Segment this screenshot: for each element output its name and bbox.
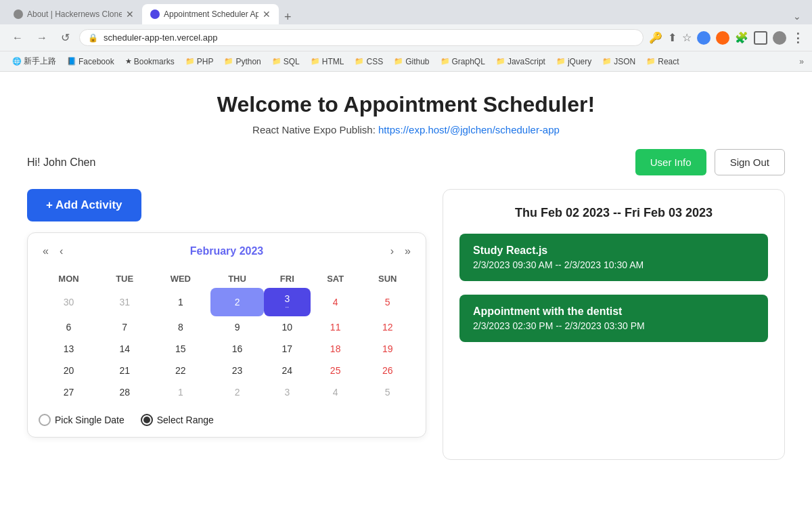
profile-icon[interactable]: [773, 31, 786, 45]
bookmark-jquery[interactable]: 📁 jQuery: [552, 56, 595, 68]
bookmark-facebook[interactable]: 📘 Facebook: [63, 56, 118, 68]
activity-card-0[interactable]: Study React.js 2/3/2023 09:30 AM -- 2/3/…: [459, 234, 768, 281]
tab-favicon-scheduler: [150, 9, 160, 19]
date-range-title: Thu Feb 02 2023 -- Fri Feb 03 2023: [459, 206, 768, 220]
single-date-radio[interactable]: [39, 414, 51, 426]
calendar-day-12-weekend[interactable]: 12: [360, 316, 415, 338]
calendar-header: « ‹ February 2023 › »: [39, 244, 415, 259]
calendar-day-26-weekend[interactable]: 26: [360, 360, 415, 381]
bookmark-label-sql: SQL: [284, 57, 300, 66]
bookmark-github[interactable]: 📁 Github: [390, 56, 433, 68]
bookmark-html[interactable]: 📁 HTML: [307, 56, 348, 68]
calendar-week-row-1: 6789101112: [39, 316, 415, 338]
calendar-next-button[interactable]: ›: [386, 244, 398, 259]
bookmark-sql[interactable]: 📁 SQL: [268, 56, 304, 68]
calendar-day-22-normal[interactable]: 22: [150, 360, 210, 381]
reload-button[interactable]: ↺: [57, 28, 74, 47]
main-layout: + Add Activity « ‹ February 2023 › »: [27, 189, 785, 460]
expo-url[interactable]: https://exp.host/@jglchen/scheduler-app: [378, 124, 560, 135]
star-icon[interactable]: ☆: [682, 31, 692, 44]
calendar-day-24-normal[interactable]: 24: [264, 360, 311, 381]
calendar-day-3-selected-end[interactable]: 3··: [264, 288, 311, 316]
bookmark-icon-javascript: 📁: [496, 57, 505, 66]
browser-nav-icons: 🔑 ⬆ ☆ 🧩 ⋮: [649, 30, 804, 45]
calendar-day-2-selected-start[interactable]: 2: [210, 288, 263, 316]
calendar-day-23-normal[interactable]: 23: [210, 360, 263, 381]
bookmark-icon-github: 📁: [394, 57, 403, 66]
calendar-day-1-other-month[interactable]: 1: [150, 381, 210, 403]
bookmark-xinshoulugao[interactable]: 🌐 新手上路: [8, 54, 60, 68]
calendar-day-25-weekend-sat[interactable]: 25: [311, 360, 360, 381]
lock-icon: 🔒: [88, 33, 98, 43]
address-bar[interactable]: 🔒 scheduler-app-ten.vercel.app: [79, 29, 644, 46]
range-radio[interactable]: [141, 414, 153, 426]
forward-button[interactable]: →: [32, 29, 51, 47]
adblock-icon: [697, 31, 710, 45]
calendar-day-6-normal[interactable]: 6: [39, 316, 99, 338]
calendar-day-7-normal[interactable]: 7: [99, 316, 150, 338]
calendar-day-10-normal[interactable]: 10: [264, 316, 311, 338]
bookmark-python[interactable]: 📁 Python: [220, 56, 265, 68]
calendar-day-13-normal[interactable]: 13: [39, 338, 99, 360]
share-icon[interactable]: ⬆: [668, 31, 677, 44]
puzzle-icon[interactable]: 🧩: [735, 31, 748, 44]
new-tab-button[interactable]: +: [279, 10, 297, 24]
pick-single-date-option[interactable]: Pick Single Date: [39, 414, 125, 426]
calendar-day-5-weekend[interactable]: 5: [360, 288, 415, 316]
back-button[interactable]: ←: [8, 29, 27, 47]
calendar-prev-prev-button[interactable]: «: [39, 244, 53, 259]
bookmark-css[interactable]: 📁 CSS: [351, 56, 387, 68]
calendar-day-8-normal[interactable]: 8: [150, 316, 210, 338]
calendar-next-next-button[interactable]: »: [401, 244, 415, 259]
calendar-day-1-normal[interactable]: 1: [150, 288, 210, 316]
calendar-day-5-other-month[interactable]: 5: [360, 381, 415, 403]
tab-favicon-hackernews: [14, 9, 23, 19]
bookmark-icon-react: 📁: [646, 57, 656, 66]
calendar-day-21-normal[interactable]: 21: [99, 360, 150, 381]
calendar-week-row-4: 272812345: [39, 381, 415, 403]
calendar-day-31-other-month[interactable]: 31: [99, 288, 150, 316]
calendar-day-14-normal[interactable]: 14: [99, 338, 150, 360]
more-icon[interactable]: ⋮: [792, 30, 804, 45]
activity-card-1[interactable]: Appointment with the dentist 2/3/2023 02…: [459, 295, 768, 342]
tab-label-hackernews: About | Hackernews Clone Site: [27, 9, 122, 19]
left-panel: + Add Activity « ‹ February 2023 › »: [27, 189, 426, 438]
weekday-header-fri: FRI: [264, 270, 311, 288]
bookmarks-bar: 🌐 新手上路 📘 Facebook ★ Bookmarks 📁 PHP 📁 Py…: [0, 51, 812, 71]
bookmark-react[interactable]: 📁 React: [642, 56, 683, 68]
bookmark-bookmarks[interactable]: ★ Bookmarks: [121, 56, 179, 68]
add-activity-button[interactable]: + Add Activity: [27, 189, 141, 221]
bookmark-icon-css: 📁: [355, 57, 364, 66]
calendar-day-19-weekend[interactable]: 19: [360, 338, 415, 360]
expo-label: React Native Expo Publish:: [252, 124, 376, 135]
select-range-option[interactable]: Select Range: [141, 414, 214, 426]
tab-close-hackernews[interactable]: ✕: [126, 9, 134, 20]
tab-hackernews[interactable]: About | Hackernews Clone Site ✕: [5, 4, 142, 24]
calendar-day-16-normal[interactable]: 16: [210, 338, 263, 360]
calendar-day-11-weekend-sat[interactable]: 11: [311, 316, 360, 338]
sign-out-button[interactable]: Sign Out: [715, 149, 785, 175]
calendar-day-20-normal[interactable]: 20: [39, 360, 99, 381]
window-icon: [754, 31, 767, 45]
calendar-day-27-normal[interactable]: 27: [39, 381, 99, 403]
calendar-day-2-other-month[interactable]: 2: [210, 381, 263, 403]
calendar-day-3-other-month[interactable]: 3: [264, 381, 311, 403]
bookmark-json[interactable]: 📁 JSON: [598, 56, 639, 68]
calendar-day-4-other-month[interactable]: 4: [311, 381, 360, 403]
calendar-day-17-normal[interactable]: 17: [264, 338, 311, 360]
calendar-day-15-normal[interactable]: 15: [150, 338, 210, 360]
bookmark-javascript[interactable]: 📁 JavaScript: [492, 56, 549, 68]
calendar-body: 3031123··4567891011121314151617181920212…: [39, 288, 415, 403]
calendar-prev-button[interactable]: ‹: [55, 244, 67, 259]
calendar-day-9-normal[interactable]: 9: [210, 316, 263, 338]
bookmark-php[interactable]: 📁 PHP: [181, 56, 218, 68]
tab-close-scheduler[interactable]: ✕: [263, 9, 271, 20]
bookmark-graphql[interactable]: 📁 GraphQL: [436, 56, 489, 68]
tab-scheduler[interactable]: Appointment Scheduler Applic... ✕: [142, 4, 279, 24]
calendar-day-18-weekend-sat[interactable]: 18: [311, 338, 360, 360]
calendar-day-28-normal[interactable]: 28: [99, 381, 150, 403]
user-info-button[interactable]: User Info: [635, 149, 706, 175]
calendar-day-30-other-month[interactable]: 30: [39, 288, 99, 316]
calendar-day-4-weekend-sat[interactable]: 4: [311, 288, 360, 316]
bookmark-icon-php: 📁: [185, 57, 195, 66]
